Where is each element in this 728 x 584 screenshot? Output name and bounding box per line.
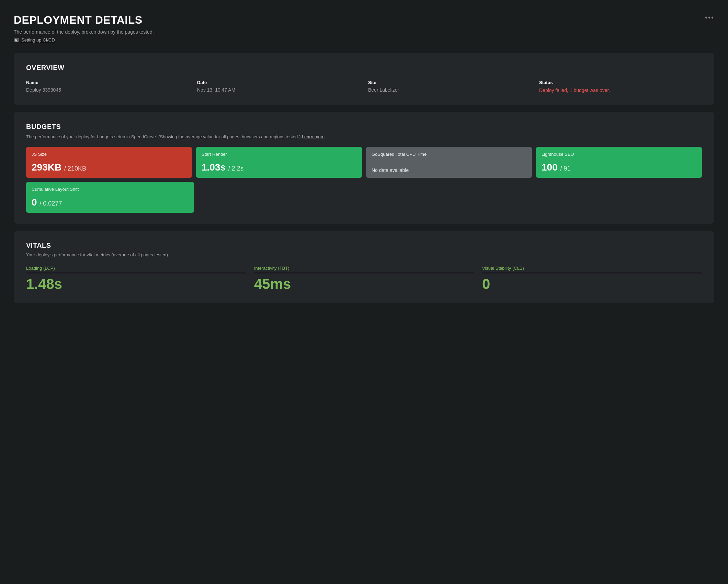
vital-cls: Visual Stability (CLS) 0 [482,266,702,292]
vital-lcp-label: Loading (LCP) [26,266,246,273]
budget-lighthouse-seo-value: 100 / 91 [542,162,696,173]
overview-name-value: Deploy 3393045 [26,87,189,93]
budget-js-size-limit: / 210KB [64,165,86,172]
vital-cls-label: Visual Stability (CLS) [482,266,702,273]
overview-site-label: Site [368,80,531,85]
overview-name-label: Name [26,80,189,85]
overview-status: Status Deploy failed, 1 budget was over. [539,80,702,94]
budget-cpu-time-nodata: No data available [372,164,526,173]
play-icon: ▶ [14,38,19,42]
budgets-subtitle-text: The performance of your deploy for budge… [26,134,300,139]
overview-name: Name Deploy 3393045 [26,80,189,94]
overview-date: Date Nov 13, 10:47 AM [197,80,360,94]
overview-site-value: Beer Labelizer [368,87,531,93]
budget-start-render-limit: / 2.2s [228,165,243,172]
budget-start-render-value: 1.03s / 2.2s [202,162,356,173]
budget-cls: Cumulative Layout Shift 0 / 0.0277 [26,182,194,213]
budget-cls-label: Cumulative Layout Shift [32,187,189,192]
budget-lighthouse-seo-label: Lighthouse SEO [542,152,696,157]
vital-tbt-label: Interactivity (TBT) [254,266,474,273]
header-left: DEPLOYMENT DETAILS The performance of th… [14,14,154,43]
page-header: DEPLOYMENT DETAILS The performance of th… [14,14,714,43]
vital-tbt: Interactivity (TBT) 45ms [254,266,474,292]
overview-site: Site Beer Labelizer [368,80,531,94]
vital-lcp-value: 1.48s [26,276,246,292]
budgets-card: BUDGETS The performance of your deploy f… [14,112,714,224]
page-subtitle: The performance of the deploy, broken do… [14,29,154,35]
budget-cpu-time-label: GoSquared Total CPU Time [372,152,526,157]
budget-cls-limit: / 0.0277 [39,200,62,207]
budget-lighthouse-seo-limit: / 91 [560,165,571,172]
ci-cd-link-text: Setting up CI/CD [21,37,55,43]
overview-title: OVERVIEW [26,64,702,72]
vitals-subtitle: Your deploy's performance for vital metr… [26,252,702,257]
vitals-grid: Loading (LCP) 1.48s Interactivity (TBT) … [26,266,702,292]
budget-grid-row2: Cumulative Layout Shift 0 / 0.0277 [26,182,702,213]
vitals-title: VITALS [26,242,702,249]
more-options-button[interactable]: ••• [705,14,714,22]
budget-js-size-label: JS Size [32,152,186,157]
overview-status-value: Deploy failed, 1 budget was over. [539,87,702,94]
budget-lighthouse-seo: Lighthouse SEO 100 / 91 [536,147,702,178]
budget-grid-row1: JS Size 293KB / 210KB Start Render 1.03s… [26,147,702,178]
page-title: DEPLOYMENT DETAILS [14,14,154,26]
overview-date-label: Date [197,80,360,85]
overview-card: OVERVIEW Name Deploy 3393045 Date Nov 13… [14,53,714,105]
vital-cls-value: 0 [482,276,702,292]
budget-row2-spacer [198,182,702,213]
budget-start-render-label: Start Render [202,152,356,157]
vital-tbt-value: 45ms [254,276,474,292]
overview-status-label: Status [539,80,702,85]
vital-lcp: Loading (LCP) 1.48s [26,266,246,292]
budget-js-size-value: 293KB / 210KB [32,162,186,173]
budget-start-render: Start Render 1.03s / 2.2s [196,147,362,178]
budgets-title: BUDGETS [26,123,702,131]
budget-cpu-time: GoSquared Total CPU Time No data availab… [366,147,532,178]
learn-more-link[interactable]: Learn more [302,134,325,139]
vitals-card: VITALS Your deploy's performance for vit… [14,231,714,303]
overview-date-value: Nov 13, 10:47 AM [197,87,360,93]
budget-js-size: JS Size 293KB / 210KB [26,147,192,178]
ci-cd-link[interactable]: ▶ Setting up CI/CD [14,37,154,43]
budgets-subtitle: The performance of your deploy for budge… [26,133,702,140]
budget-cls-value: 0 / 0.0277 [32,197,189,208]
overview-grid: Name Deploy 3393045 Date Nov 13, 10:47 A… [26,80,702,94]
